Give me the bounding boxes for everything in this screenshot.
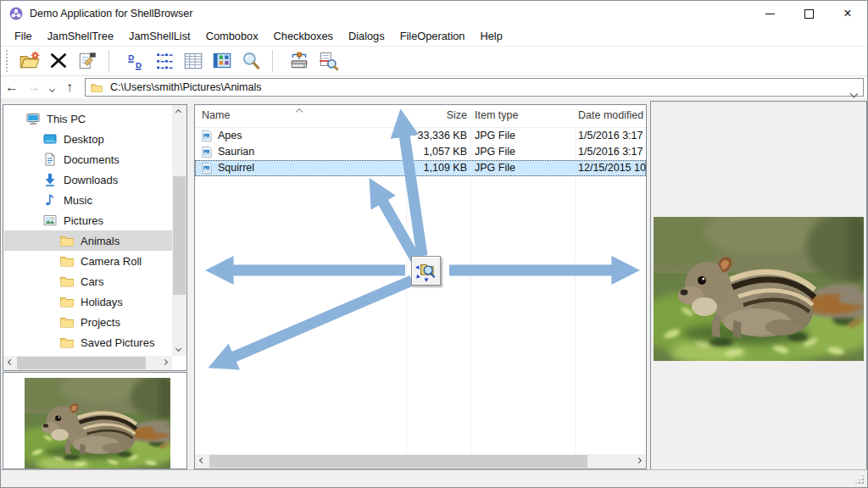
thumbnails-view-button[interactable] [208,48,236,74]
file-size-cell: 1,109 KB [407,160,467,176]
scroll-down-icon[interactable] [175,346,181,352]
delete-icon [47,50,70,72]
file-rows: Apes 33,336 KB JPG File 1/5/2016 3:17 Sa… [195,128,646,176]
scroll-up-icon[interactable] [175,109,181,115]
resize-grip-icon[interactable] [854,474,865,485]
back-button[interactable]: ← [1,80,23,94]
tree-item-saved-pictures[interactable]: Saved Pictures [4,332,172,352]
file-name-cell: Apes [198,128,403,144]
file-name-cell: Saurian [198,144,403,160]
file-date-cell: 12/15/2015 10 [578,160,646,176]
thumbnail-panel [3,372,187,469]
menu-checkboxes[interactable]: Checkboxes [266,30,341,42]
app-logo-icon [9,7,23,20]
tree-horizontal-scrollbar[interactable] [3,356,172,370]
tree-item-pictures[interactable]: Pictures [4,210,172,230]
tree-item-label: Holidays [81,296,123,308]
column-header-date[interactable]: Date modified [578,105,646,126]
network-drive-button[interactable] [285,48,314,74]
list-view-icon [153,50,175,72]
tree-item-label: Desktop [64,133,104,146]
tree-item-holidays[interactable]: Holidays [4,291,172,312]
title-bar[interactable]: Demo Application for ShellBrowser × [1,1,867,26]
folder-icon [59,233,75,248]
list-view-button[interactable] [150,48,179,74]
window-title: Demo Application for ShellBrowser [30,8,192,19]
forward-button[interactable]: → [23,80,45,94]
scrollbar-thumb[interactable] [173,176,186,295]
menu-fileoperation[interactable]: FileOperation [392,30,473,42]
chevron-down-icon [850,90,859,98]
close-icon: × [843,7,851,20]
scrollbar-thumb[interactable] [209,455,587,468]
file-name: Squirrel [218,160,254,176]
tree-item-animals[interactable]: Animals [4,230,172,251]
details-view-button[interactable] [179,48,208,74]
scroll-left-icon[interactable] [199,458,205,463]
scrollbar-thumb[interactable] [17,357,146,369]
path-combobox[interactable]: C:\Users\smith\Pictures\Animals [85,78,864,97]
tree-item-this-pc[interactable]: This PC [4,108,172,129]
tree-item-label: Music [64,194,92,207]
column-header-label: Name [202,109,230,121]
toolbar-gripper[interactable] [6,50,8,72]
column-header-type[interactable]: Item type [475,105,571,126]
menu-dialogs[interactable]: Dialogs [341,30,392,42]
menu-help[interactable]: Help [472,30,509,42]
file-row-apes[interactable]: Apes 33,336 KB JPG File 1/5/2016 3:17 [195,128,646,144]
music-icon [42,192,58,208]
close-button[interactable]: × [828,1,867,26]
list-horizontal-scrollbar[interactable] [195,454,646,469]
tree-item-downloads[interactable]: Downloads [4,169,172,190]
tree-item-documents[interactable]: Documents [4,149,172,169]
tree-item-music[interactable]: Music [4,190,172,210]
delete-button[interactable] [44,48,73,74]
tree-item-camera-roll[interactable]: Camera Roll [4,251,172,271]
open-folder-button[interactable] [15,48,44,74]
maximize-button[interactable] [789,1,828,26]
folder-icon [59,253,75,269]
history-dropdown-button[interactable] [45,80,58,94]
tree-item-projects[interactable]: Projects [4,312,172,332]
menu-combobox[interactable]: Combobox [198,30,266,42]
scroll-right-icon[interactable] [636,458,642,463]
file-type-cell: JPG File [475,160,571,176]
tree-item-desktop[interactable]: Desktop [4,129,172,149]
up-button[interactable]: ↑ [58,80,81,94]
file-row-squirrel[interactable]: Squirrel 1,109 KB JPG File 12/15/2015 10 [195,160,646,176]
toolbar-separator [272,50,273,72]
path-text: C:\Users\smith\Pictures\Animals [110,81,262,93]
documents-icon [42,152,58,167]
folder-icon [90,81,103,94]
scroll-left-icon[interactable] [8,359,14,365]
column-header-name[interactable]: Name [202,105,402,126]
search-button[interactable] [236,48,265,74]
file-type-cell: JPG File [475,128,571,144]
menu-jamshelllist[interactable]: JamShellList [121,30,198,42]
file-size-cell: 33,336 KB [407,128,467,144]
tree-item-label: Saved Pictures [81,336,154,349]
column-header-size[interactable]: Size [407,105,467,126]
tree-item-label: Projects [81,316,120,329]
file-row-saurian[interactable]: Saurian 1,057 KB JPG File 1/5/2016 3:17 [195,144,646,160]
menu-file[interactable]: File [7,30,40,42]
content-area: This PC Desktop Documents Downloads Musi… [1,99,867,470]
address-bar: ← → ↑ C:\Users\smith\Pictures\Animals [1,76,867,99]
properties-button[interactable] [73,48,102,74]
search-icon [240,50,262,72]
minimize-button[interactable] [750,1,789,26]
tree-item-cars[interactable]: Cars [4,271,172,291]
large-icons-view-button[interactable]: DD [121,48,150,74]
menu-jamshelltree[interactable]: JamShellTree [40,30,121,42]
large-icons-view-icon: DD [125,50,147,72]
combobox-dropdown-button[interactable] [851,85,857,100]
tree-vertical-scrollbar[interactable] [172,105,186,356]
network-drive-icon [288,50,310,72]
properties-icon [76,50,98,72]
desktop-icon [42,131,58,147]
tree-item-label: Documents [64,153,120,166]
filter-search-button[interactable] [314,48,342,74]
file-name: Saurian [218,144,254,160]
drag-scroll-icon[interactable] [411,256,441,286]
scroll-right-icon[interactable] [162,359,168,365]
